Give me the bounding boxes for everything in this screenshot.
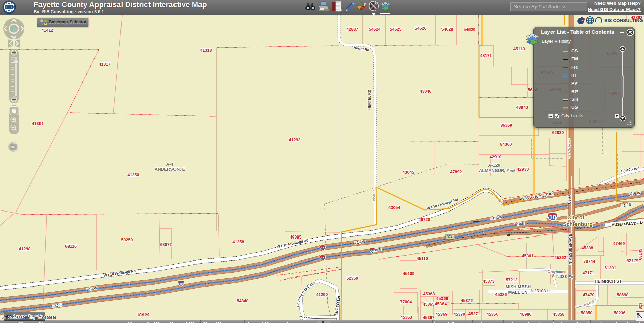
svg-text:HERTEL RD: HERTEL RD xyxy=(367,90,371,110)
svg-text:BIS CONSULTING: BIS CONSULTING xyxy=(604,18,643,23)
svg-text:49720: 49720 xyxy=(419,217,430,222)
svg-text:61301: 61301 xyxy=(605,266,616,270)
svg-text:54840: 54840 xyxy=(237,299,249,303)
svg-text:46986: 46986 xyxy=(520,312,532,317)
svg-text:45360: 45360 xyxy=(487,312,499,317)
svg-text:58236: 58236 xyxy=(614,310,626,315)
svg-text:43045: 43045 xyxy=(403,170,414,175)
svg-text:45109: 45109 xyxy=(403,271,415,276)
svg-text:45367: 45367 xyxy=(423,315,435,320)
svg-text:41298: 41298 xyxy=(19,247,31,251)
svg-text:45368: 45368 xyxy=(423,292,435,296)
svg-text:45110: 45110 xyxy=(417,256,428,261)
svg-text:N KESSLER AVE: N KESSLER AVE xyxy=(568,233,572,265)
svg-text:48171: 48171 xyxy=(480,53,492,58)
svg-text:54624: 54624 xyxy=(369,27,381,32)
svg-text:Mas: Mas xyxy=(531,289,537,293)
svg-text:54625: 54625 xyxy=(390,27,402,32)
svg-text:45371: 45371 xyxy=(468,312,480,316)
svg-text:41293: 41293 xyxy=(289,138,301,142)
svg-text:41318: 41318 xyxy=(200,48,212,53)
svg-text:Greyhound-: Greyhound- xyxy=(547,270,568,274)
svg-text:54629: 54629 xyxy=(464,27,476,32)
svg-text:47892: 47892 xyxy=(450,170,462,174)
svg-text:58698: 58698 xyxy=(617,293,629,297)
svg-text:42910: 42910 xyxy=(490,155,502,159)
svg-text:City of: City of xyxy=(567,215,584,220)
svg-text:51694: 51694 xyxy=(138,312,150,317)
svg-text:45362: 45362 xyxy=(555,255,566,260)
svg-text:A-4: A-4 xyxy=(166,162,174,167)
svg-text:10: 10 xyxy=(179,282,183,286)
svg-text:45366: 45366 xyxy=(436,296,448,301)
svg-text:58850: 58850 xyxy=(581,310,593,315)
svg-text:47470: 47470 xyxy=(583,293,595,297)
svg-text:45370: 45370 xyxy=(454,312,465,317)
svg-text:45363: 45363 xyxy=(401,315,412,320)
svg-text:45386: 45386 xyxy=(495,292,507,297)
svg-text:47469: 47469 xyxy=(613,241,625,246)
svg-text:g: g xyxy=(571,274,573,278)
svg-text:43054: 43054 xyxy=(388,205,400,210)
svg-text:45388: 45388 xyxy=(582,246,593,250)
svg-text:MISH MASH: MISH MASH xyxy=(506,284,531,289)
svg-text:10: 10 xyxy=(549,214,556,221)
svg-text:68072: 68072 xyxy=(160,242,172,247)
svg-text:45369: 45369 xyxy=(436,312,448,317)
svg-text:41317: 41317 xyxy=(99,62,111,67)
svg-text:52350: 52350 xyxy=(347,276,358,281)
svg-text:N US 77 Highway: N US 77 Highway xyxy=(568,138,571,158)
svg-text:Hertel Rd: Hertel Rd xyxy=(372,190,376,202)
svg-text:41350: 41350 xyxy=(128,173,139,177)
svg-text:47171: 47171 xyxy=(583,271,594,275)
svg-text:43046: 43046 xyxy=(420,89,432,94)
svg-text:P: P xyxy=(364,3,366,7)
svg-text:50250: 50250 xyxy=(121,238,133,242)
svg-text:US 77: US 77 xyxy=(568,195,571,204)
svg-text:B: B xyxy=(640,220,643,225)
svg-text:HEINRICH ST: HEINRICH ST xyxy=(595,279,622,284)
svg-text:45358: 45358 xyxy=(553,312,565,317)
svg-text:70744: 70744 xyxy=(584,259,595,264)
svg-text:62930: 62930 xyxy=(552,130,564,135)
svg-text:374: 374 xyxy=(447,235,453,239)
svg-text:45365: 45365 xyxy=(423,302,435,307)
svg-text:42930: 42930 xyxy=(517,167,529,172)
svg-text:48843: 48843 xyxy=(516,105,528,110)
svg-text:Schlenburg: Schlenburg xyxy=(563,221,593,227)
svg-text:68116: 68116 xyxy=(65,244,77,249)
svg-text:ent: ent xyxy=(510,169,516,172)
svg-text:86369: 86369 xyxy=(501,123,512,128)
svg-text:49385: 49385 xyxy=(290,235,302,240)
svg-text:10: 10 xyxy=(321,247,324,250)
svg-text:54628: 54628 xyxy=(441,27,453,32)
svg-text:41358: 41358 xyxy=(233,240,244,244)
svg-text:45361: 45361 xyxy=(522,254,534,258)
svg-text:45372: 45372 xyxy=(461,298,473,303)
svg-text:ll Ln: ll Ln xyxy=(547,289,553,293)
svg-text:62179: 62179 xyxy=(627,258,639,263)
svg-text:Schu: Schu xyxy=(552,274,561,278)
svg-text:10: 10 xyxy=(321,257,324,260)
svg-text:77004: 77004 xyxy=(400,300,412,304)
svg-text:A-120: A-120 xyxy=(488,163,500,168)
svg-text:45373: 45373 xyxy=(483,279,495,284)
svg-text:MALL LN: MALL LN xyxy=(508,290,528,295)
svg-text:41290: 41290 xyxy=(316,292,328,297)
svg-text:42887: 42887 xyxy=(347,27,358,32)
svg-text:ALMANSUR, Y: ALMANSUR, Y xyxy=(479,168,509,173)
svg-text:ANDERSON, E: ANDERSON, E xyxy=(155,167,185,172)
svg-text:54626: 54626 xyxy=(415,26,427,31)
svg-text:57212: 57212 xyxy=(506,278,518,282)
svg-text:823: 823 xyxy=(638,303,643,309)
svg-text:45113: 45113 xyxy=(513,47,525,51)
svg-text:68145: 68145 xyxy=(638,249,643,260)
svg-text:84360: 84360 xyxy=(500,142,512,147)
svg-text:45364: 45364 xyxy=(435,302,447,306)
